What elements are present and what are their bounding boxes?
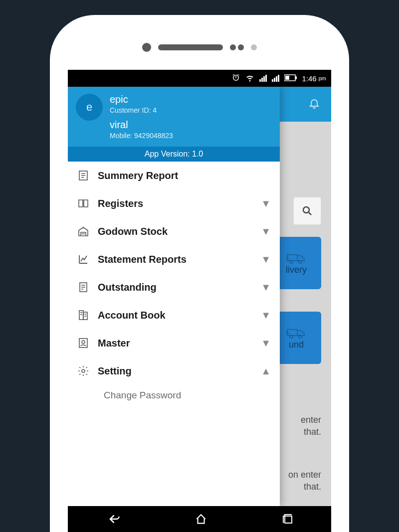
phone-screen: 1:46 pm livery und enterthat. on enterth… — [68, 70, 331, 532]
menu-setting[interactable]: Setting ▲ — [68, 357, 280, 385]
menu-outstanding[interactable]: Outstanding ▼ — [68, 273, 280, 301]
svg-point-15 — [82, 341, 85, 344]
book-open-icon — [77, 197, 90, 209]
chevron-down-icon: ▼ — [261, 198, 271, 209]
svg-rect-14 — [79, 339, 87, 348]
signal-icon-1 — [259, 75, 267, 82]
search-button[interactable] — [293, 197, 321, 225]
warehouse-icon — [77, 225, 90, 237]
svg-point-3 — [303, 207, 309, 213]
card-label: livery — [286, 265, 307, 275]
status-time-period: pm — [319, 75, 326, 81]
svg-rect-4 — [287, 255, 297, 261]
hint-text-1: enterthat. — [301, 414, 321, 438]
svg-rect-17 — [285, 516, 292, 523]
wifi-icon — [245, 73, 254, 84]
status-time: 1:46 — [302, 74, 317, 83]
chevron-up-icon: ▲ — [261, 365, 271, 377]
customer-id: Customer ID: 4 — [110, 106, 272, 114]
chevron-down-icon: ▼ — [261, 310, 271, 321]
chart-icon — [77, 253, 90, 265]
menu-account-book[interactable]: Account Book ▼ — [68, 301, 280, 329]
ledger-icon — [77, 309, 90, 321]
chevron-down-icon: ▼ — [261, 254, 271, 265]
contact-icon — [77, 337, 90, 349]
navigation-drawer: e epic Customer ID: 4 viral Mobile: 9429… — [68, 87, 280, 506]
company-name: epic — [110, 94, 272, 105]
avatar: e — [76, 94, 103, 121]
phone-hardware-top — [60, 25, 339, 70]
home-icon[interactable] — [195, 513, 207, 528]
notification-bell-icon[interactable] — [308, 97, 320, 111]
svg-rect-1 — [295, 76, 297, 79]
svg-rect-2 — [285, 76, 289, 80]
menu-change-password[interactable]: Change Password — [68, 385, 280, 406]
gear-icon — [77, 365, 90, 377]
android-nav-bar — [68, 506, 331, 532]
svg-rect-12 — [79, 311, 83, 320]
android-status-bar: 1:46 pm — [68, 70, 331, 87]
card-label: und — [289, 340, 304, 350]
menu-registers[interactable]: Registers ▼ — [68, 189, 280, 217]
drawer-header: e epic Customer ID: 4 viral Mobile: 9429… — [68, 87, 280, 147]
chevron-down-icon: ▼ — [261, 226, 271, 237]
drawer-menu: Summery Report Registers ▼ Godown Stock … — [68, 162, 280, 506]
menu-master[interactable]: Master ▼ — [68, 329, 280, 357]
alarm-icon — [231, 73, 240, 84]
back-icon[interactable] — [105, 512, 120, 529]
chevron-down-icon: ▼ — [261, 282, 271, 293]
battery-icon — [284, 74, 297, 83]
recent-apps-icon[interactable] — [282, 513, 294, 527]
menu-godown-stock[interactable]: Godown Stock ▼ — [68, 217, 280, 245]
svg-point-16 — [82, 369, 85, 372]
svg-rect-7 — [287, 330, 297, 336]
menu-statement-reports[interactable]: Statement Reports ▼ — [68, 245, 280, 273]
menu-summary-report[interactable]: Summery Report — [68, 162, 280, 189]
receipt-icon — [77, 281, 90, 293]
chevron-down-icon: ▼ — [261, 338, 271, 349]
user-name: viral — [110, 119, 272, 131]
signal-icon-2 — [272, 75, 279, 82]
phone-frame: 1:46 pm livery und enterthat. on enterth… — [50, 15, 349, 532]
user-mobile: Mobile: 9429048823 — [110, 132, 272, 140]
app-version: App Version: 1.0 — [68, 147, 280, 162]
report-icon — [77, 170, 90, 181]
hint-text-2: on enterthat. — [288, 469, 321, 493]
